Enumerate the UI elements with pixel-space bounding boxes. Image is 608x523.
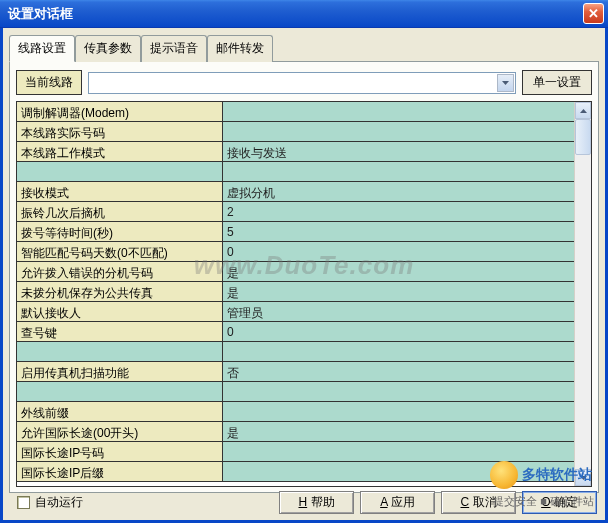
checkbox-icon [17,496,30,509]
property-value[interactable] [223,442,574,461]
scrollbar-thumb[interactable] [575,119,591,155]
property-spacer-label [17,342,223,361]
property-value[interactable] [223,122,574,141]
property-row: 未拨分机保存为公共传真是 [17,282,574,302]
property-label: 允许拨入错误的分机号码 [17,262,223,281]
property-grid-rows: 调制解调器(Modem)本线路实际号码本线路工作模式接收与发送接收模式虚拟分机振… [17,102,574,486]
property-value[interactable]: 5 [223,222,574,241]
window-body: 线路设置 传真参数 提示语音 邮件转发 当前线路 单一设置 调制解调器(Mode… [0,28,608,523]
help-button[interactable]: H 帮助 [279,491,354,514]
property-spacer-value [223,162,574,181]
property-spacer [17,382,574,402]
property-row: 国际长途IP号码 [17,442,574,462]
vertical-scrollbar[interactable] [574,102,591,486]
property-row: 查号键0 [17,322,574,342]
property-row: 本线路实际号码 [17,122,574,142]
property-row: 接收模式虚拟分机 [17,182,574,202]
property-row: 外线前缀 [17,402,574,422]
property-label: 查号键 [17,322,223,341]
property-label: 国际长途IP号码 [17,442,223,461]
property-row: 国际长途IP后缀 [17,462,574,482]
property-value[interactable] [223,402,574,421]
chevron-down-icon [580,476,587,480]
property-label: 允许国际长途(00开头) [17,422,223,441]
dropdown-button[interactable] [497,74,514,92]
property-label: 振铃几次后摘机 [17,202,223,221]
svg-marker-1 [580,109,587,113]
tab-panel: 当前线路 单一设置 调制解调器(Modem)本线路实际号码本线路工作模式接收与发… [9,61,599,493]
property-spacer [17,342,574,362]
property-label: 启用传真机扫描功能 [17,362,223,381]
property-row: 启用传真机扫描功能否 [17,362,574,382]
property-spacer-value [223,382,574,401]
property-value[interactable]: 是 [223,422,574,441]
svg-marker-2 [580,476,587,480]
titlebar: 设置对话框 ✕ [0,0,608,28]
property-value[interactable]: 是 [223,282,574,301]
auto-run-checkbox[interactable]: 自动运行 [17,494,83,511]
property-row: 调制解调器(Modem) [17,102,574,122]
chevron-down-icon [502,81,509,85]
tab-strip: 线路设置 传真参数 提示语音 邮件转发 [9,35,599,62]
property-value[interactable]: 是 [223,262,574,281]
tab-prompt-voice[interactable]: 提示语音 [141,35,207,62]
property-spacer [17,162,574,182]
property-label: 国际长途IP后缀 [17,462,223,481]
property-value[interactable] [223,102,574,121]
scroll-down-button[interactable] [575,469,591,486]
property-label: 智能匹配号码天数(0不匹配) [17,242,223,261]
property-value[interactable]: 2 [223,202,574,221]
property-value[interactable]: 0 [223,322,574,341]
cancel-button[interactable]: C 取消 [441,491,516,514]
single-settings-button[interactable]: 单一设置 [522,70,592,95]
property-row: 振铃几次后摘机2 [17,202,574,222]
property-label: 本线路实际号码 [17,122,223,141]
property-row: 拨号等待时间(秒)5 [17,222,574,242]
property-value[interactable] [223,462,574,481]
tab-line-settings[interactable]: 线路设置 [9,35,75,62]
apply-button[interactable]: A 应用 [360,491,435,514]
property-label: 本线路工作模式 [17,142,223,161]
property-label: 调制解调器(Modem) [17,102,223,121]
bottom-bar: 自动运行 H 帮助 A 应用 C 取消 O 确定 [9,488,599,516]
button-row: H 帮助 A 应用 C 取消 O 确定 [279,491,597,514]
current-line-select[interactable] [88,72,516,94]
property-row: 本线路工作模式接收与发送 [17,142,574,162]
scroll-up-button[interactable] [575,102,591,119]
property-value[interactable]: 0 [223,242,574,261]
property-label: 外线前缀 [17,402,223,421]
property-label: 未拨分机保存为公共传真 [17,282,223,301]
property-row: 智能匹配号码天数(0不匹配)0 [17,242,574,262]
property-label: 拨号等待时间(秒) [17,222,223,241]
property-spacer-value [223,342,574,361]
ok-button[interactable]: O 确定 [522,491,597,514]
property-spacer-label [17,162,223,181]
property-value[interactable]: 接收与发送 [223,142,574,161]
property-label: 接收模式 [17,182,223,201]
tab-fax-params[interactable]: 传真参数 [75,35,141,62]
property-label: 默认接收人 [17,302,223,321]
current-line-label: 当前线路 [16,70,82,95]
property-value[interactable]: 管理员 [223,302,574,321]
property-value[interactable]: 否 [223,362,574,381]
close-button[interactable]: ✕ [583,3,604,24]
auto-run-label: 自动运行 [35,494,83,511]
scrollbar-track[interactable] [575,155,591,469]
tab-mail-forward[interactable]: 邮件转发 [207,35,273,62]
chevron-up-icon [580,109,587,113]
property-grid: 调制解调器(Modem)本线路实际号码本线路工作模式接收与发送接收模式虚拟分机振… [16,101,592,487]
property-value[interactable]: 虚拟分机 [223,182,574,201]
property-row: 允许拨入错误的分机号码是 [17,262,574,282]
property-row: 默认接收人管理员 [17,302,574,322]
current-line-row: 当前线路 单一设置 [16,70,592,95]
property-spacer-label [17,382,223,401]
window-title: 设置对话框 [8,5,73,23]
svg-marker-0 [502,81,509,85]
property-row: 允许国际长途(00开头)是 [17,422,574,442]
close-icon: ✕ [588,6,599,21]
